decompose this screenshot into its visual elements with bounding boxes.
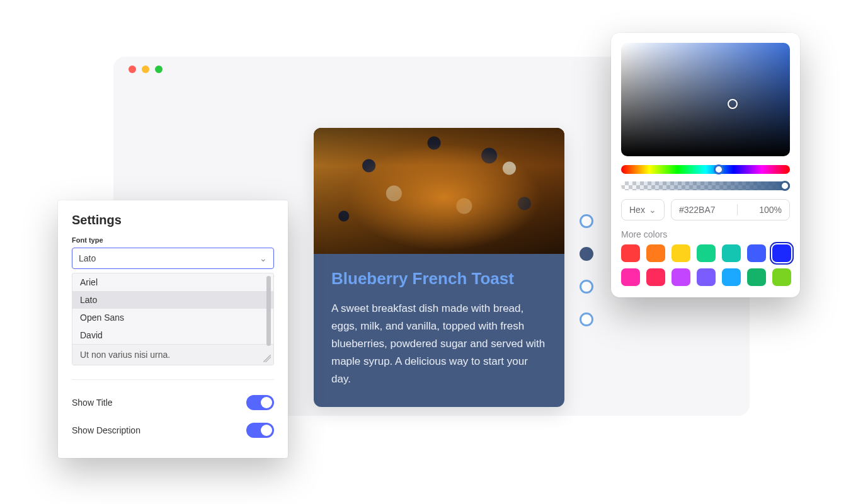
swatch-4[interactable]	[697, 244, 716, 262]
color-picker: Hex ⌄ #322BA7 100% More colors	[611, 33, 800, 297]
swatch-6[interactable]	[747, 244, 766, 262]
show-description-toggle[interactable]	[246, 423, 274, 438]
hue-cursor[interactable]	[714, 164, 724, 175]
saturation-area[interactable]	[621, 43, 790, 156]
carousel-dot-1[interactable]	[580, 214, 593, 228]
font-option-open-sans[interactable]: Open Sans	[72, 309, 273, 326]
close-icon[interactable]	[129, 66, 136, 73]
alpha-slider[interactable]	[621, 181, 790, 190]
recipe-title: Blueberry French Toast	[331, 269, 547, 289]
carousel-dot-3[interactable]	[580, 280, 593, 294]
settings-title: Settings	[72, 213, 274, 227]
maximize-icon[interactable]	[155, 66, 163, 73]
swatch-7[interactable]	[772, 244, 791, 262]
recipe-card: Blueberry French Toast A sweet breakfast…	[314, 128, 564, 407]
font-option-lato[interactable]: Lato	[72, 291, 273, 309]
font-sample-text[interactable]: Ut non varius nisi urna.	[72, 344, 273, 365]
more-colors-label: More colors	[621, 229, 790, 239]
toggle-row-show-title: Show Title	[72, 389, 274, 416]
color-value-input[interactable]: #322BA7 100%	[671, 199, 790, 220]
swatch-9[interactable]	[646, 268, 665, 286]
swatch-12[interactable]	[722, 268, 741, 286]
swatch-13[interactable]	[747, 268, 766, 286]
recipe-body: Blueberry French Toast A sweet breakfast…	[314, 254, 564, 407]
show-title-toggle[interactable]	[246, 395, 274, 410]
alpha-cursor[interactable]	[780, 181, 790, 191]
alpha-value: 100%	[759, 205, 782, 215]
swatch-10[interactable]	[672, 268, 690, 286]
recipe-description: A sweet breakfast dish made with bread, …	[331, 300, 547, 388]
divider-vertical	[737, 204, 738, 215]
font-type-selected: Lato	[79, 253, 96, 263]
font-type-select[interactable]: Lato ⌄	[72, 248, 274, 269]
font-option-ariel[interactable]: Ariel	[72, 273, 273, 291]
font-type-label: Font type	[72, 236, 274, 244]
swatch-1[interactable]	[621, 244, 640, 262]
settings-panel: Settings Font type Lato ⌄ Ariel Lato Ope…	[58, 200, 288, 458]
swatch-3[interactable]	[672, 244, 690, 262]
divider	[72, 379, 274, 380]
toggle-row-show-description: Show Description	[72, 416, 274, 444]
chevron-down-icon: ⌄	[260, 253, 267, 263]
carousel-dot-4[interactable]	[580, 312, 593, 326]
swatch-11[interactable]	[697, 268, 716, 286]
carousel-dot-2[interactable]	[580, 247, 593, 261]
color-format-select[interactable]: Hex ⌄	[621, 199, 665, 220]
minimize-icon[interactable]	[142, 66, 149, 73]
chevron-down-icon: ⌄	[649, 205, 656, 215]
font-options-list: Ariel Lato Open Sans David Ut non varius…	[72, 273, 274, 365]
font-option-david[interactable]: David	[72, 326, 273, 344]
color-format-label: Hex	[629, 205, 645, 215]
show-title-label: Show Title	[72, 398, 113, 408]
color-value-row: Hex ⌄ #322BA7 100%	[621, 199, 790, 220]
swatch-8[interactable]	[621, 268, 640, 286]
swatch-5[interactable]	[722, 244, 741, 262]
swatch-2[interactable]	[646, 244, 665, 262]
hex-value: #322BA7	[679, 205, 716, 215]
show-description-label: Show Description	[72, 425, 140, 435]
color-swatches	[621, 244, 790, 286]
swatch-14[interactable]	[772, 268, 791, 286]
recipe-image	[314, 128, 564, 254]
saturation-cursor[interactable]	[728, 99, 738, 109]
hue-slider[interactable]	[621, 165, 790, 174]
carousel-dots	[580, 214, 593, 326]
